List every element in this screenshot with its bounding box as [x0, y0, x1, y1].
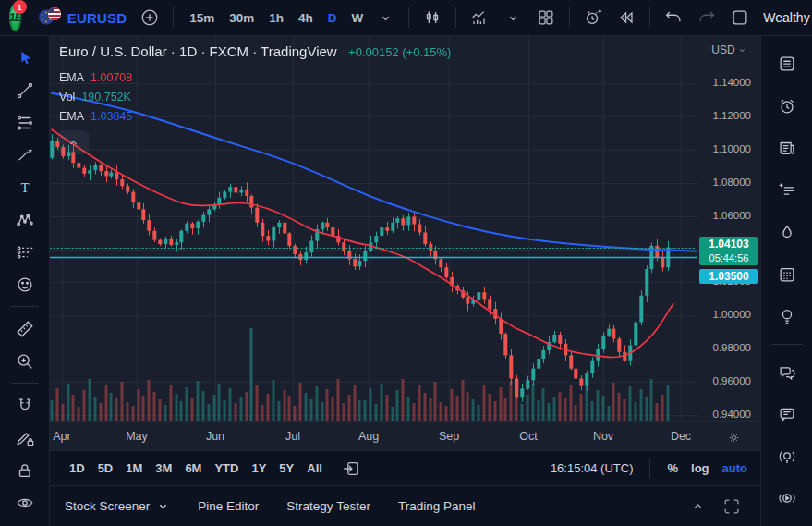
price-axis-label: 1.08000	[712, 177, 751, 188]
cursor-icon	[15, 48, 35, 68]
streams-button[interactable]	[769, 480, 806, 517]
forecast-tool-button[interactable]	[7, 236, 42, 268]
bar-countdown: 05:44:56	[699, 251, 758, 265]
private-chats-button[interactable]	[769, 396, 806, 433]
account-avatar[interactable]: 1E 1	[9, 4, 21, 31]
watchlist-button[interactable]	[769, 45, 806, 82]
redo-button[interactable]	[693, 4, 721, 31]
current-price-value: 1.04103	[699, 237, 758, 251]
clock[interactable]: 16:15:04 (UTC)	[551, 461, 634, 475]
create-alert-button[interactable]	[579, 4, 607, 31]
toolbar-divider	[408, 7, 409, 28]
text-notes-icon	[777, 180, 797, 201]
trendline-tool-button[interactable]	[7, 74, 42, 106]
timeframe-1h[interactable]: 1h	[262, 6, 290, 30]
workspace-title[interactable]: Wealthy Educ...	[763, 10, 812, 25]
price-axis[interactable]: 0.940000.960000.980001.000001.020001.060…	[697, 36, 760, 421]
private-chats-icon	[777, 404, 797, 424]
indicator-value: 1.00708	[91, 71, 132, 84]
layout-grid-button[interactable]	[532, 4, 560, 31]
lock-all-tool-button[interactable]	[7, 454, 42, 486]
tradingview-app: 1E 1	[0, 0, 812, 526]
public-chats-button[interactable]	[769, 354, 806, 391]
timeframe-4h[interactable]: 4h	[292, 6, 320, 30]
timeframe-30m[interactable]: 30m	[223, 6, 261, 30]
ruler-icon	[15, 319, 35, 339]
range-1m-button[interactable]: 1M	[119, 458, 149, 479]
forecast-icon	[15, 242, 35, 263]
tab-label: Trading Panel	[398, 499, 476, 513]
collapse-panel-button[interactable]	[691, 499, 705, 513]
range-ytd-button[interactable]: YTD	[208, 458, 245, 479]
bottom-toolbar: 1D5D1M3M6MYTD1Y5YAll 16:15:04 (UTC) % lo…	[50, 450, 760, 485]
symbol-title[interactable]: Euro / U.S. Dollar · 1D · FXCM · Trading…	[59, 43, 337, 59]
tab-strategy-tester[interactable]: Strategy Tester	[286, 499, 370, 513]
range-1d-button[interactable]: 1D	[63, 458, 91, 479]
range-5y-button[interactable]: 5Y	[273, 458, 300, 479]
undo-button[interactable]	[660, 4, 687, 31]
hotlists-icon	[777, 222, 797, 242]
range-5d-button[interactable]: 5D	[91, 458, 120, 479]
draw-lock-tool-button[interactable]	[7, 422, 42, 454]
tab-stock-screener[interactable]: Stock Screener	[65, 499, 170, 513]
news-button[interactable]	[769, 129, 806, 166]
save-layout-checkbox[interactable]	[726, 4, 754, 31]
indicator-row-ema-0[interactable]: EMA1.00708	[59, 71, 451, 84]
month-label-apr: Apr	[53, 430, 70, 443]
calendar-button[interactable]	[769, 256, 806, 293]
ruler-tool-button[interactable]	[7, 312, 42, 345]
fib-tool-button[interactable]	[7, 106, 42, 139]
indicator-label: EMA	[59, 110, 84, 123]
log-scale-button[interactable]: log	[691, 461, 709, 475]
auto-scale-button[interactable]: auto	[722, 461, 747, 475]
axis-currency-dropdown[interactable]: USD	[697, 43, 760, 56]
compare-add-button[interactable]	[136, 4, 164, 31]
range-3m-button[interactable]: 3M	[149, 458, 178, 479]
symbol-search-button[interactable]: EURUSD	[34, 7, 131, 29]
go-to-date-button[interactable]	[337, 455, 365, 483]
timeframe-menu-chevron[interactable]	[371, 4, 399, 31]
zoom-in-tool-button[interactable]	[7, 345, 42, 377]
indicators-button[interactable]	[466, 4, 493, 31]
time-axis[interactable]: AprMayJunJulAugSepOctNovDec	[50, 421, 760, 450]
hide-all-tool-button[interactable]	[7, 486, 42, 519]
toolbar-divider	[455, 7, 456, 28]
range-all-button[interactable]: All	[300, 458, 329, 479]
cursor-tool-button[interactable]	[7, 42, 42, 74]
month-label-oct: Oct	[519, 430, 537, 443]
range-6m-button[interactable]: 6M	[178, 458, 208, 479]
percent-scale-button[interactable]: %	[667, 461, 678, 475]
zoom-in-icon	[15, 351, 35, 372]
ideas-stream-button[interactable]	[769, 438, 806, 475]
tab-trading-panel[interactable]: Trading Panel	[398, 499, 476, 513]
emoji-tool-button[interactable]	[7, 268, 42, 300]
fib-icon	[15, 113, 35, 133]
indicator-templates-chevron[interactable]	[499, 4, 527, 31]
bar-replay-button[interactable]	[612, 4, 640, 31]
hotlists-button[interactable]	[769, 214, 806, 251]
axis-settings-icon[interactable]	[722, 427, 745, 447]
maximize-panel-button[interactable]	[721, 496, 742, 517]
collapse-legend-button[interactable]	[57, 130, 89, 154]
tab-pine-editor[interactable]: Pine Editor	[198, 499, 259, 513]
timeframe-d[interactable]: D	[321, 6, 344, 30]
text-tool-button[interactable]: T	[7, 171, 42, 203]
brush-tool-button[interactable]	[7, 139, 42, 171]
toolbar-divider	[569, 7, 570, 28]
text-notes-button[interactable]	[769, 172, 806, 209]
chart-style-button[interactable]	[418, 4, 446, 31]
indicator-row-vol-1[interactable]: Vol190.752K	[59, 91, 451, 104]
xabcd-icon	[15, 210, 35, 230]
draw-lock-icon	[15, 428, 35, 448]
alerts-button[interactable]	[769, 88, 806, 125]
ideas-button[interactable]	[769, 298, 806, 335]
timeframe-15m[interactable]: 15m	[183, 6, 221, 30]
main-area: T Euro / U.S. Dollar · 1D · FXCM · Tradi…	[0, 36, 812, 526]
indicator-row-ema-2[interactable]: EMA1.03845	[59, 110, 451, 123]
xabcd-tool-button[interactable]	[7, 203, 42, 236]
tab-label: Pine Editor	[198, 499, 259, 513]
range-1y-button[interactable]: 1Y	[245, 458, 273, 479]
month-label-aug: Aug	[358, 430, 379, 443]
magnet-tool-button[interactable]	[7, 389, 42, 422]
timeframe-w[interactable]: W	[345, 6, 370, 30]
